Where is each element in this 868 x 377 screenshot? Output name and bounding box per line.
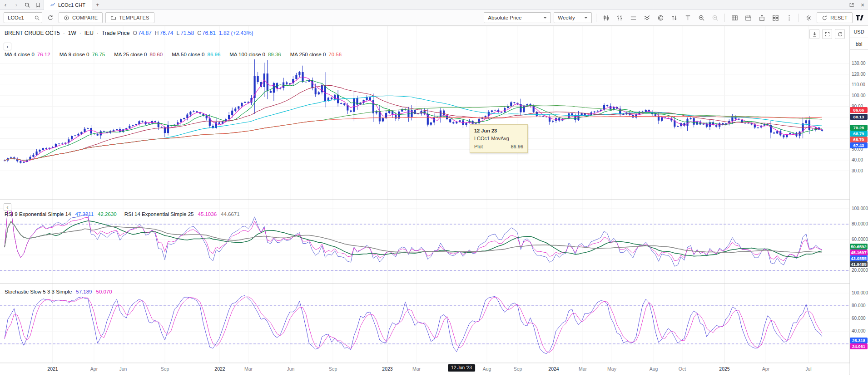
interval-value: Weekly [558, 15, 575, 20]
change-value: 1.82 (+2.43%) [219, 30, 253, 36]
collapse-main-pane-button[interactable]: ‹ [4, 43, 11, 50]
ma-legend-item: MA 4 close 076.12 [5, 52, 50, 57]
rsi-value: 45.1036 [198, 211, 217, 217]
stoch-k-line [5, 296, 822, 354]
ma-line-100 [5, 105, 822, 161]
stochastic-legend[interactable]: Stochastic Slow 5 3 3 Simple 57.189 50.0… [5, 289, 112, 294]
templates-label: TEMPLATES [119, 15, 149, 20]
templates-button[interactable]: TEMPLATES [105, 12, 154, 23]
more-vertical-icon [786, 15, 793, 21]
new-tab-button[interactable]: + [92, 1, 103, 8]
collapse-rsi-pane-button[interactable]: ‹ [4, 203, 11, 211]
area-style-icon [644, 15, 650, 21]
reset-undo-icon [822, 15, 828, 21]
legend-series-type: Trade Price [102, 30, 130, 36]
ma-line-50 [5, 96, 822, 161]
price-mode-select[interactable]: Absolute Price [484, 12, 551, 23]
compare-arrows-button[interactable] [669, 12, 680, 23]
rsi-legend[interactable]: RSI 9 Exponential Simple 14 47.3211 42.2… [5, 211, 240, 217]
line-style-button[interactable] [628, 12, 639, 23]
zoom-in-icon [698, 15, 705, 21]
tab-lcoc1-cht[interactable]: LCOc1 CHT [44, 0, 92, 10]
reload-chart-button[interactable] [835, 29, 845, 39]
text-tool-icon [684, 15, 691, 21]
stoch-d-value: 50.070 [96, 289, 112, 294]
text-tool-button[interactable] [682, 12, 693, 23]
percent-circle-button[interactable] [655, 12, 666, 23]
candles-style-button[interactable] [600, 12, 611, 23]
line-style-icon [630, 15, 637, 21]
candle-wicks [5, 59, 822, 164]
legend-separator: · [97, 30, 99, 36]
unit-toggle[interactable]: bbl [850, 38, 868, 50]
settings-button[interactable] [803, 12, 814, 23]
ma-legend-item: MA 9 close 076.75 [60, 52, 105, 57]
layout-grid-icon [772, 15, 779, 21]
rsi-signal-value: 42.2630 [98, 211, 117, 217]
forward-button[interactable]: › [11, 0, 22, 10]
compare-label: COMPARE [72, 15, 98, 20]
layout-grid-button[interactable] [770, 12, 781, 23]
ma-legend[interactable]: MA 4 close 076.12 MA 9 close 076.75 MA 2… [5, 52, 342, 57]
zoom-in-button[interactable] [696, 12, 707, 23]
ma-legend-item: MA 25 close 080.60 [114, 52, 163, 57]
main-series-legend[interactable]: BRENT CRUDE OCT5 · 1W · IEU · Trade Pric… [5, 30, 253, 36]
symbol-search-box[interactable] [4, 12, 42, 23]
fullscreen-button[interactable] [822, 29, 832, 39]
export-button[interactable] [756, 12, 767, 23]
symbol-input[interactable] [8, 15, 31, 20]
calendar-icon [745, 15, 752, 21]
rsi-9-line [5, 209, 822, 266]
percent-circle-icon [657, 15, 664, 21]
close-icon[interactable]: × [857, 0, 868, 10]
tab-bar: ‹ › LCOc1 CHT + × [0, 0, 868, 10]
symbol-refresh-button[interactable] [45, 12, 56, 23]
time-axis[interactable] [0, 363, 849, 375]
rsi-14-signal-line [5, 221, 822, 253]
bookmark-icon[interactable] [33, 0, 44, 10]
currency-toggle[interactable]: USD [850, 26, 868, 38]
stoch-study-label: Stochastic Slow 5 3 3 Simple [5, 289, 72, 294]
symbol-description: BRENT CRUDE OCT5 [5, 30, 60, 36]
chevron-down-icon [584, 17, 588, 19]
bars-style-button[interactable] [614, 12, 625, 23]
back-button[interactable]: ‹ [0, 0, 11, 10]
tooltip-series: LCOc1 MovAvg [474, 136, 523, 141]
scroll-to-latest-button[interactable] [809, 29, 819, 39]
tooltip-date: 12 Jun 23 [474, 128, 523, 133]
refresh-icon [47, 15, 54, 21]
settings-gear-icon [805, 15, 812, 21]
popout-icon[interactable] [846, 0, 857, 10]
chevron-down-icon [543, 17, 547, 19]
price-mode-value: Absolute Price [488, 15, 521, 20]
tradingview-logo[interactable] [855, 14, 864, 21]
high-value: H76.74 [155, 30, 174, 36]
low-value: L71.58 [176, 30, 194, 36]
ma-line-4 [5, 77, 822, 162]
table-icon [731, 15, 738, 21]
search-icon [34, 15, 40, 21]
ma-legend-item: MA 50 close 086.96 [172, 52, 220, 57]
compare-plus-icon [64, 15, 69, 21]
reset-button[interactable]: RESET [817, 12, 853, 23]
legend-separator: · [63, 30, 65, 36]
events-calendar-button[interactable] [743, 12, 754, 23]
zoom-out-icon [712, 15, 719, 21]
legend-interval: 1W [68, 30, 76, 36]
rsi-study-label: RSI 9 Exponential Simple 14 [5, 211, 71, 217]
table-view-button[interactable] [729, 12, 740, 23]
zoom-out-button[interactable] [709, 12, 720, 23]
bars-icon [616, 15, 623, 21]
search-icon[interactable] [22, 0, 33, 10]
area-style-button[interactable] [641, 12, 652, 23]
arrow-down-icon [812, 31, 818, 37]
interval-select[interactable]: Weekly [554, 12, 592, 23]
refresh-icon [837, 31, 843, 37]
compare-arrows-icon [671, 15, 678, 21]
close-value: C76.61 [197, 30, 216, 36]
tab-title: LCOc1 CHT [58, 2, 85, 8]
price-scale[interactable]: USD bbl [850, 26, 868, 375]
open-value: O74.87 [133, 30, 151, 36]
more-options-button[interactable] [784, 12, 794, 23]
compare-button[interactable]: COMPARE [59, 12, 103, 23]
